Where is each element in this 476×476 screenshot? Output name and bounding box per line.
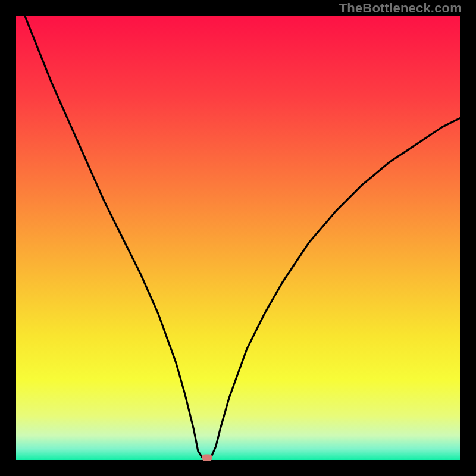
watermark-text: TheBottleneck.com (339, 1, 462, 16)
bottleneck-curve (16, 16, 460, 460)
plot-area (16, 16, 460, 460)
optimal-point-marker (202, 455, 212, 461)
chart-frame: TheBottleneck.com (0, 0, 476, 476)
